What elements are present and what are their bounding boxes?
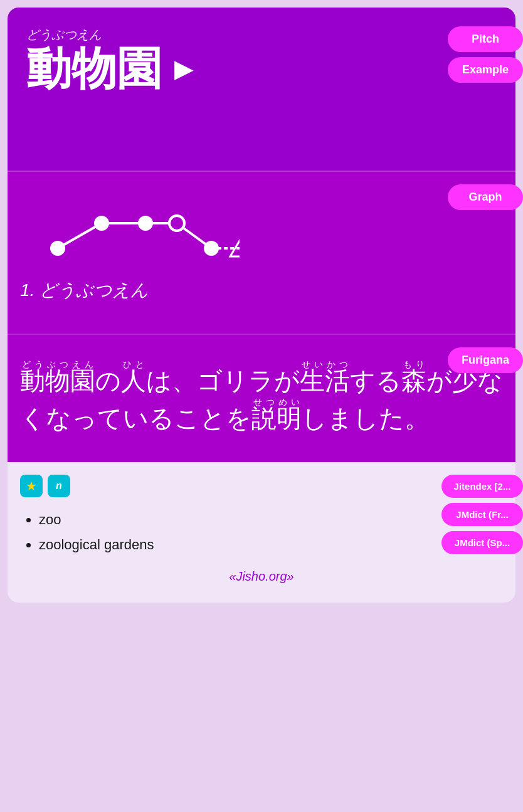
word-kanji: 動物園 [26,46,162,91]
ruby-seikatsu: 生活せいかつ [300,367,350,394]
play-button[interactable]: ▶ [174,54,194,83]
furigana-button[interactable]: Furigana [448,347,523,373]
meaning-zoological: zoological gardens [39,532,503,557]
pitch-node-bu [138,216,153,231]
pitch-graph-container [33,203,503,266]
example-text: 動物園どうぶつえんの人ひとは、ゴリラが生活せいかつする森もりが少すくなくなってい… [20,360,503,437]
svg-line-0 [58,223,102,248]
jmdict-sp-button[interactable]: JMdict (Sp... [441,531,523,554]
dict-meanings: zoo zoological gardens [20,507,503,557]
example-button[interactable]: Example [448,57,523,83]
ruby-mori: 森もり [401,367,426,394]
pitch-button[interactable]: Pitch [448,26,523,52]
jmdict-fr-button[interactable]: JMdict (Fr... [441,503,523,526]
dict-source-buttons: Jitendex [2... JMdict (Fr... JMdict (Sp.… [441,475,523,554]
graph-section: Graph [8,171,515,334]
jisho-link[interactable]: «Jisho.org» [20,569,503,584]
pitch-node-do [50,241,65,256]
pitch-node-e [204,241,219,256]
ruby-doubutsuen: 動物園どうぶつえん [20,367,95,394]
jitendex-button[interactable]: Jitendex [2... [441,475,523,498]
ruby-setsumei: 説明せつめい [251,404,302,432]
ruby-hito: 人ひと [121,367,146,394]
word-reading: どうぶつえん [26,26,503,43]
furigana-action-buttons: Furigana [448,347,523,373]
pos-badge: n [48,475,70,497]
star-badge: ★ [20,475,43,497]
graph-button[interactable]: Graph [448,184,523,210]
pitch-node-u [94,216,109,231]
pitch-node-tsu [169,216,184,231]
meaning-zoo: zoo [39,507,503,532]
dict-section: ★ n zoo zoological gardens Jitendex [2..… [8,462,515,603]
example-section: Furigana 動物園どうぶつえんの人ひとは、ゴリラが生活せいかつする森もりが… [8,334,515,462]
dict-badges: ★ n [20,475,503,497]
pitch-graph-svg [33,203,240,266]
word-action-buttons: Pitch Example [448,26,523,83]
word-section: どうぶつえん 動物園 ▶ Pitch Example [8,8,515,171]
graph-action-buttons: Graph [448,184,523,210]
pitch-label: 1. どうぶつえん [20,278,503,302]
